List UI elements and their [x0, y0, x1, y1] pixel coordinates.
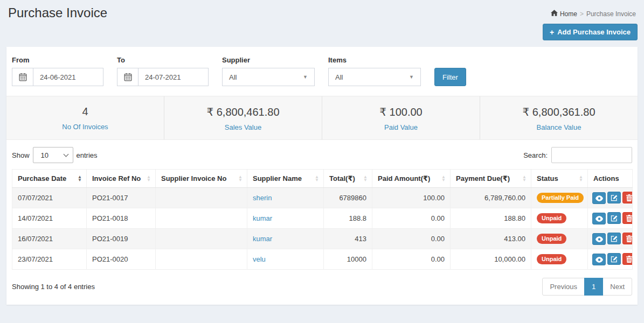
view-button[interactable] [592, 233, 606, 245]
calendar-icon [117, 68, 139, 86]
page-length-select[interactable]: 10 [33, 147, 73, 163]
cell-payment-due: 6,789,760.00 [451, 188, 531, 208]
breadcrumb-current: Purchase Invoice [586, 10, 636, 18]
delete-button[interactable] [622, 192, 633, 203]
cell-purchase-date: 07/07/2021 [12, 188, 87, 208]
table-row: 23/07/2021PO21-0020velu100000.0010,000.0… [12, 249, 633, 270]
items-select[interactable]: All ▼ [328, 68, 421, 86]
add-purchase-invoice-label: Add Purchase Invoice [557, 28, 631, 36]
pagination-previous-button[interactable]: Previous [542, 278, 585, 296]
cell-supplier-invoice-no [156, 208, 247, 229]
stat-value: ₹ 6,800,361.80 [480, 106, 638, 118]
breadcrumb-home-label: Home [560, 10, 577, 18]
entries-label: entries [77, 151, 98, 159]
pagination: Previous 1 Next [542, 278, 632, 296]
edit-icon [611, 215, 618, 222]
cell-status: Unpaid [531, 249, 588, 270]
stat-value: ₹ 100.00 [322, 106, 480, 118]
search-input[interactable] [551, 147, 632, 163]
to-date-group: To [117, 56, 209, 86]
cell-actions [588, 249, 633, 270]
supplier-select[interactable]: All ▼ [222, 68, 315, 86]
cell-total: 413 [324, 229, 372, 249]
supplier-name-link[interactable]: sherin [253, 194, 272, 202]
cell-total: 188.8 [324, 208, 372, 229]
chevron-down-icon [63, 151, 68, 157]
to-date-input[interactable] [139, 68, 208, 86]
view-button[interactable] [592, 192, 606, 204]
delete-button[interactable] [622, 253, 633, 265]
sort-icon: ▲▼ [363, 175, 368, 182]
delete-button[interactable] [622, 212, 633, 224]
status-badge: Unpaid [537, 254, 566, 264]
cell-purchase-date: 16/07/2021 [12, 229, 87, 249]
table-section: Show 10 entries Search: Purchase Date▲▼ [6, 140, 638, 305]
cell-status: Unpaid [531, 208, 588, 229]
edit-button[interactable] [607, 192, 621, 203]
trash-icon [626, 256, 632, 263]
column-header-supplier-invoice-no[interactable]: Supplier Invoice No▲▼ [156, 170, 247, 188]
breadcrumb-home[interactable]: Home [551, 10, 577, 18]
column-header-actions: Actions [588, 170, 633, 188]
edit-button[interactable] [607, 233, 621, 244]
filter-button[interactable]: Filter [434, 68, 466, 86]
column-header-payment-due[interactable]: Payment Due(₹)▲▼ [451, 170, 531, 188]
cell-supplier-name: velu [247, 249, 324, 270]
edit-button[interactable] [607, 253, 621, 265]
eye-icon [595, 216, 603, 222]
add-purchase-invoice-button[interactable]: + Add Purchase Invoice [543, 24, 638, 40]
cell-total: 6789860 [324, 188, 372, 208]
showing-entries-text: Showing 1 to 4 of 4 entries [12, 283, 95, 291]
edit-button[interactable] [607, 212, 621, 224]
supplier-select-value: All [229, 73, 237, 81]
from-label: From [12, 56, 103, 64]
cell-payment-due: 188.80 [451, 208, 531, 229]
from-date-input[interactable] [33, 68, 103, 86]
column-header-total[interactable]: Total(₹)▲▼ [324, 170, 372, 188]
trash-icon [626, 215, 632, 222]
cell-payment-due: 413.00 [451, 229, 531, 249]
stat-label: Sales Value [164, 123, 322, 131]
view-button[interactable] [592, 254, 606, 265]
search-control: Search: [523, 147, 632, 163]
table-row: 14/07/2021PO21-0018kumar188.80.00188.80U… [12, 208, 633, 229]
pagination-next-button[interactable]: Next [603, 278, 632, 296]
stat-paid-value: ₹ 100.00 Paid Value [322, 96, 480, 139]
filter-button-group: Filter [434, 68, 466, 86]
trash-icon [626, 235, 632, 242]
cell-supplier-invoice-no [156, 249, 247, 270]
column-header-paid-amount[interactable]: Paid Amount(₹)▲▼ [372, 170, 451, 188]
column-header-invoice-ref-no[interactable]: Invoice Ref No▲▼ [87, 170, 156, 188]
search-label: Search: [523, 151, 548, 159]
supplier-name-link[interactable]: kumar [253, 235, 272, 243]
edit-icon [611, 235, 618, 242]
sort-icon: ▲▼ [315, 175, 319, 182]
supplier-name-link[interactable]: kumar [253, 214, 272, 222]
column-header-supplier-name[interactable]: Supplier Name▲▼ [247, 170, 324, 188]
sort-icon: ▲▼ [147, 175, 151, 182]
cell-purchase-date: 14/07/2021 [12, 208, 87, 229]
calendar-icon [12, 68, 33, 86]
delete-button[interactable] [622, 233, 633, 244]
content-header: Purchase Invoice Home > Purchase Invoice [0, 0, 644, 20]
supplier-filter-group: Supplier All ▼ [222, 56, 315, 86]
page-length-value: 10 [41, 151, 49, 159]
cell-supplier-name: kumar [247, 208, 324, 229]
column-header-status[interactable]: Status▲▼ [531, 170, 588, 188]
pagination-page-1-button[interactable]: 1 [584, 278, 603, 296]
column-header-purchase-date[interactable]: Purchase Date▲▼ [12, 170, 87, 188]
table-header-row: Purchase Date▲▼ Invoice Ref No▲▼ Supplie… [12, 170, 633, 188]
sort-icon: ▲▼ [522, 175, 527, 182]
status-badge: Unpaid [537, 213, 566, 223]
stat-label: No Of Invoices [6, 123, 164, 131]
items-select-value: All [335, 73, 343, 81]
view-button[interactable] [592, 213, 606, 224]
eye-icon [595, 236, 603, 242]
show-label: Show [12, 151, 30, 159]
cell-supplier-invoice-no [156, 229, 247, 249]
to-label: To [117, 56, 209, 64]
cell-invoice-ref-no: PO21-0019 [87, 229, 156, 249]
supplier-name-link[interactable]: velu [253, 255, 266, 263]
stat-value: 4 [6, 106, 164, 118]
from-date-group: From [12, 56, 103, 86]
